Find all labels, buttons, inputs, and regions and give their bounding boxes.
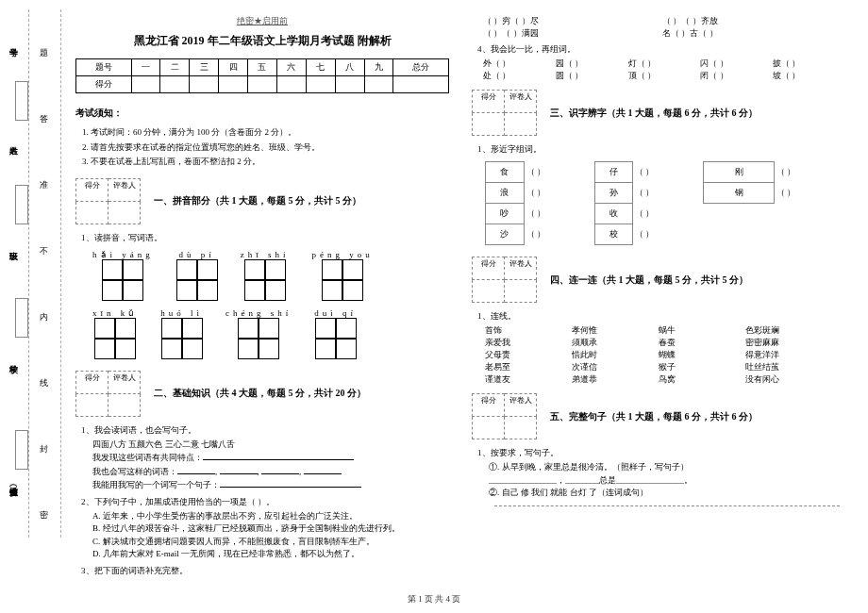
secret-line: 绝密★启用前 bbox=[75, 15, 449, 27]
paper-title: 黑龙江省 2019 年二年级语文上学期月考试题 附解析 bbox=[75, 33, 449, 49]
q5-prompt: 1、形近字组词。 bbox=[477, 143, 845, 156]
score-table: 题号 一 二 三 四 五 六 七 八 九 总分 得分 bbox=[75, 58, 449, 93]
q7-prompt: 1、按要求，写句子。 bbox=[477, 447, 845, 459]
match-grid: 首饰孝何惟蜗牛色彩斑斓 亲爱我须顺承春蚕密密麻麻 父母责惜此时蝴蝶得意洋洋 老易… bbox=[485, 324, 845, 386]
q4-prompt: 3、把下面的词语补充完整。 bbox=[81, 565, 449, 577]
section5-scorebox: 得分评卷人 五、完整句子（共 1 大题，每题 6 分，共计 6 分） bbox=[472, 393, 845, 439]
q6-prompt: 1、连线。 bbox=[477, 310, 845, 323]
section4-title: 四、连一连（共 1 大题，每题 5 分，共计 5 分） bbox=[550, 273, 845, 287]
seal-char-1: 密 bbox=[40, 509, 48, 522]
section5-title: 五、完整句子（共 1 大题，每题 6 分，共计 6 分） bbox=[550, 410, 845, 423]
section1-scorebox: 得分评卷人 一、拼音部分（共 1 大题，每题 5 分，共计 5 分） bbox=[75, 178, 449, 224]
pinyin-row2: xīn kǔ huó lì chéng shí duì qí bbox=[92, 308, 449, 359]
q2-body: 四面八方 五颜六色 三心二意 七嘴八舌 我发现这些词语有共同特点： 我也会写这样… bbox=[92, 439, 449, 492]
q3-options: A. 近年来，中小学生受伤害的事故层出不穷，应引起社会的广泛关注。 B. 经过八… bbox=[92, 510, 449, 561]
section3-scorebox: 得分评卷人 三、识字辨字（共 1 大题，每题 6 分，共计 6 分） bbox=[472, 90, 845, 136]
section4-scorebox: 得分评卷人 四、连一连（共 1 大题，每题 5 分，共计 5 分） bbox=[472, 257, 845, 303]
fill-prompt: 4、我会比一比，再组词。 bbox=[477, 43, 845, 56]
page-footer: 第 1 页 共 4 页 bbox=[0, 593, 868, 605]
pairs-row2: 处（ ） 圆（ ） 顶（ ） 闭（ ） 坡（ ） bbox=[483, 70, 845, 82]
section2-title: 二、基础知识（共 4 大题，每题 5 分，共计 20 分） bbox=[154, 387, 449, 400]
pairs-row1: 外（ ） 园（ ） 灯（ ） 闪（ ） 披（ ） bbox=[483, 58, 845, 70]
seal-char-6: 准 bbox=[40, 179, 48, 191]
q2-prompt: 1、我会读词语，也会写句子。 bbox=[81, 424, 449, 437]
section3-title: 三、识字辨字（共 1 大题，每题 6 分，共计 6 分） bbox=[550, 107, 845, 120]
q3-prompt: 2、下列句子中，加黑成语使用恰当的一项是（ ）。 bbox=[81, 496, 449, 508]
notes-list: 考试时间：60 分钟，满分为 100 分（含卷面分 2 分）。 请首先按要求在试… bbox=[91, 124, 449, 171]
seal-char-3: 线 bbox=[40, 377, 48, 389]
section2-scorebox: 得分评卷人 二、基础知识（共 4 大题，每题 5 分，共计 20 分） bbox=[75, 371, 449, 417]
q1-prompt: 1、读拼音，写词语。 bbox=[81, 232, 449, 244]
q7-body: ①. 从早到晚，家里总是很冷清。（照样子，写句子） ______________… bbox=[489, 461, 845, 512]
seal-char-2: 封 bbox=[40, 443, 48, 456]
left-column: 绝密★启用前 黑龙江省 2019 年二年级语文上学期月考试题 附解析 题号 一 … bbox=[75, 9, 449, 566]
notes-title: 考试须知： bbox=[75, 107, 449, 120]
char-table: 食（ ）仔（ ）刚（ ） 浪（ ）孙（ ）钢（ ） 吵（ ）收（ ） 沙（ ）校… bbox=[485, 161, 845, 245]
seal-char-4: 内 bbox=[40, 311, 48, 323]
right-column: （ ）穷（ ）尽 （ ）（ ）齐放 （ ）（ ）满园 名（ ）古（ ） 4、我会… bbox=[472, 9, 845, 566]
fill-row2: （ ）（ ）满园 名（ ）古（ ） bbox=[483, 27, 845, 40]
section1-title: 一、拼音部分（共 1 大题，每题 5 分，共计 5 分） bbox=[154, 194, 449, 207]
pinyin-row1: hǎi yáng dù pí zhī shi péng you bbox=[92, 250, 449, 301]
seal-char-5: 不 bbox=[40, 245, 48, 257]
seal-char-8: 题 bbox=[40, 47, 48, 59]
fill-row1: （ ）穷（ ）尽 （ ）（ ）齐放 bbox=[483, 15, 845, 27]
seal-char-7: 答 bbox=[40, 113, 48, 125]
